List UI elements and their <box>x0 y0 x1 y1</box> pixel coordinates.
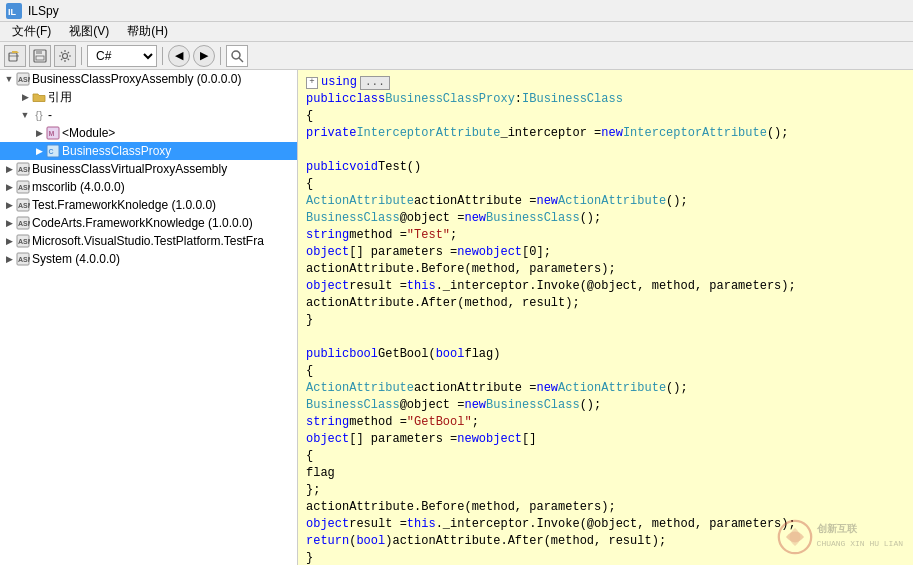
code-line: { <box>306 108 905 125</box>
svg-point-7 <box>232 51 240 59</box>
code-line: object[] parameters = new object[0]; <box>306 244 905 261</box>
menu-bar: 文件(F) 视图(V) 帮助(H) <box>0 22 913 42</box>
svg-text:ASM: ASM <box>18 202 30 209</box>
expander-codearts[interactable]: ▶ <box>2 216 16 230</box>
svg-line-8 <box>239 58 243 62</box>
code-line: BusinessClass @object = new BusinessClas… <box>306 397 905 414</box>
sidebar-label-braces: - <box>48 108 52 122</box>
code-line: actionAttribute.Before(method, parameter… <box>306 499 905 516</box>
search-button[interactable] <box>226 45 248 67</box>
settings-button[interactable] <box>54 45 76 67</box>
code-line: public bool GetBool(bool flag) <box>306 346 905 363</box>
save-button[interactable] <box>29 45 51 67</box>
ilspy-icon: IL <box>6 3 22 19</box>
menu-help[interactable]: 帮助(H) <box>119 21 176 42</box>
sidebar-label-msvisual: Microsoft.VisualStudio.TestPlatform.Test… <box>32 234 264 248</box>
sidebar-label-mscorlib: mscorlib (4.0.0.0) <box>32 180 125 194</box>
assembly-icon: ASM <box>16 72 30 86</box>
sidebar-item-codearts[interactable]: ▶ ASM CodeArts.FrameworkKnowledge (1.0.0… <box>0 214 297 232</box>
sidebar-item-business-proxy[interactable]: ▼ ASM BusinessClassProxyAssembly (0.0.0.… <box>0 70 297 88</box>
code-line: { <box>306 176 905 193</box>
watermark: 创新互联CHUANG XIN HU LIAN <box>777 519 903 555</box>
sidebar-label-bcp-virtual: BusinessClassVirtualProxyAssembly <box>32 162 227 176</box>
code-line: actionAttribute.After(method, result); <box>306 295 905 312</box>
sidebar-label-codearts: CodeArts.FrameworkKnowledge (1.0.0.0) <box>32 216 253 230</box>
forward-button[interactable]: ▶ <box>193 45 215 67</box>
code-line: object[] parameters = new object[] <box>306 431 905 448</box>
code-line: string method = "Test"; <box>306 227 905 244</box>
toolbar-sep2 <box>162 47 163 65</box>
svg-text:ASM: ASM <box>18 220 30 227</box>
toolbar: C# IL VB ◀ ▶ <box>0 42 913 70</box>
sidebar-label-yinyong: 引用 <box>48 89 72 106</box>
sidebar-item-mscorlib[interactable]: ▶ ASM mscorlib (4.0.0.0) <box>0 178 297 196</box>
module-icon: M <box>46 126 60 140</box>
code-line: private InterceptorAttribute _intercepto… <box>306 125 905 142</box>
expander-module[interactable]: ▶ <box>32 126 46 140</box>
expander-system[interactable]: ▶ <box>2 252 16 266</box>
sidebar-item-module[interactable]: ▶ M <Module> <box>0 124 297 142</box>
code-line <box>306 329 905 346</box>
code-line: flag <box>306 465 905 482</box>
open-button[interactable] <box>4 45 26 67</box>
svg-text:M: M <box>49 130 55 137</box>
using-keyword: using <box>321 74 357 91</box>
code-line: BusinessClass @object = new BusinessClas… <box>306 210 905 227</box>
expander-msvisual[interactable]: ▶ <box>2 234 16 248</box>
class-icon: C <box>46 144 60 158</box>
svg-rect-4 <box>36 50 42 54</box>
expander-mscorlib[interactable]: ▶ <box>2 180 16 194</box>
sidebar-item-system[interactable]: ▶ ASM System (4.0.0.0) <box>0 250 297 268</box>
title-bar-text: ILSpy <box>28 4 59 18</box>
expander-business-proxy[interactable]: ▼ <box>2 72 16 86</box>
code-line: public void Test() <box>306 159 905 176</box>
code-line: actionAttribute.Before(method, parameter… <box>306 261 905 278</box>
sidebar-label-test-framework: Test.FrameworkKnoledge (1.0.0.0) <box>32 198 216 212</box>
toolbar-sep1 <box>81 47 82 65</box>
assembly-icon-5: ASM <box>16 216 30 230</box>
sidebar-item-bcp-virtual[interactable]: ▶ ASM BusinessClassVirtualProxyAssembly <box>0 160 297 178</box>
braces-icon: {} <box>32 108 46 122</box>
using-collapsed-line: + using ... <box>306 74 905 91</box>
svg-text:ASM: ASM <box>18 238 30 245</box>
svg-text:ASM: ASM <box>18 166 30 173</box>
code-line: ActionAttribute actionAttribute = new Ac… <box>306 193 905 210</box>
menu-view[interactable]: 视图(V) <box>61 21 117 42</box>
expander-test-framework[interactable]: ▶ <box>2 198 16 212</box>
folder-icon <box>32 90 46 104</box>
code-line: string method = "GetBool"; <box>306 414 905 431</box>
svg-text:IL: IL <box>8 7 17 17</box>
language-dropdown[interactable]: C# IL VB <box>87 45 157 67</box>
toolbar-sep3 <box>220 47 221 65</box>
expander-yinyong[interactable]: ▶ <box>18 90 32 104</box>
back-button[interactable]: ◀ <box>168 45 190 67</box>
expander-bcp[interactable]: ▶ <box>32 144 46 158</box>
sidebar-label-bcp: BusinessClassProxy <box>62 144 171 158</box>
sidebar-item-yinyong[interactable]: ▶ 引用 <box>0 88 297 106</box>
sidebar-tree: ▼ ASM BusinessClassProxyAssembly (0.0.0.… <box>0 70 298 565</box>
sidebar-label-module: <Module> <box>62 126 115 140</box>
sidebar-item-bcp[interactable]: ▶ C BusinessClassProxy <box>0 142 297 160</box>
code-line: { <box>306 363 905 380</box>
expander-bcp-virtual[interactable]: ▶ <box>2 162 16 176</box>
code-line: } <box>306 312 905 329</box>
svg-text:ASM: ASM <box>18 76 30 83</box>
svg-text:ASM: ASM <box>18 184 30 191</box>
watermark-text: 创新互联CHUANG XIN HU LIAN <box>817 523 903 551</box>
sidebar-label-business-proxy: BusinessClassProxyAssembly (0.0.0.0) <box>32 72 241 86</box>
svg-rect-2 <box>9 53 17 61</box>
assembly-icon-7: ASM <box>16 252 30 266</box>
svg-rect-5 <box>36 56 44 60</box>
sidebar-item-test-framework[interactable]: ▶ ASM Test.FrameworkKnoledge (1.0.0.0) <box>0 196 297 214</box>
sidebar-label-system: System (4.0.0.0) <box>32 252 120 266</box>
menu-file[interactable]: 文件(F) <box>4 21 59 42</box>
code-line: public class BusinessClassProxy : IBusin… <box>306 91 905 108</box>
using-ellipsis[interactable]: ... <box>360 76 390 90</box>
svg-point-6 <box>63 53 68 58</box>
expander-braces[interactable]: ▼ <box>18 108 32 122</box>
collapse-toggle[interactable]: + <box>306 77 318 89</box>
sidebar-item-msvisual[interactable]: ▶ ASM Microsoft.VisualStudio.TestPlatfor… <box>0 232 297 250</box>
code-panel: + using ... public class BusinessClassPr… <box>298 70 913 565</box>
sidebar-item-braces[interactable]: ▼ {} - <box>0 106 297 124</box>
code-lines: public class BusinessClassProxy : IBusin… <box>306 91 905 565</box>
